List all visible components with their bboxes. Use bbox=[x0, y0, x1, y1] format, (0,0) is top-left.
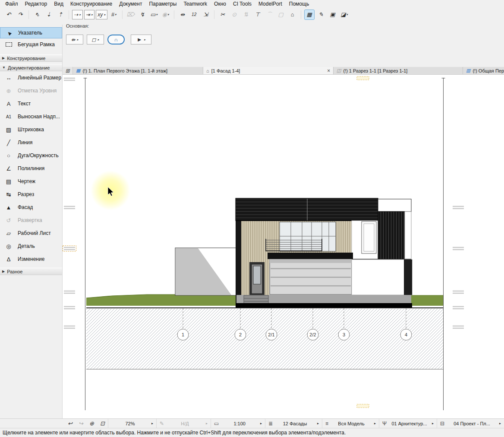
menu-item-editor[interactable]: Редактор bbox=[22, 0, 51, 7]
close-tab-icon[interactable]: × bbox=[323, 68, 330, 74]
tool-elevation[interactable]: ▲ Фасад bbox=[0, 201, 62, 214]
menu-bar: Файл Редактор Вид Конструирование Докуме… bbox=[0, 0, 504, 7]
zoom-in-button[interactable]: ⊕ bbox=[86, 419, 97, 428]
tab-elevation[interactable]: ⌂ [1 Фасад 1-4] × bbox=[203, 67, 334, 74]
tool-hatch[interactable]: ▨ Штриховка bbox=[0, 123, 62, 136]
tab-floor-plan[interactable]: ▦ (!) 1. План Первого Этажа [1. 1-й этаж… bbox=[73, 67, 203, 74]
selected-story-marker[interactable] bbox=[63, 246, 76, 251]
pen-set-control[interactable]: Ψ 01 Архитектур... ▸ bbox=[379, 419, 437, 428]
menu-item-design[interactable]: Конструирование bbox=[67, 0, 116, 7]
snap-grid-button[interactable]: #▾ bbox=[109, 10, 119, 20]
undo-button[interactable]: ↶ bbox=[3, 10, 14, 20]
flyout-arrow-icon: ▸ bbox=[98, 38, 99, 41]
previous-zoom-button[interactable]: ↩ bbox=[65, 419, 76, 428]
toolbox-section-misc[interactable]: ▶ Разное bbox=[0, 268, 62, 275]
fillet-button[interactable]: ⌒ bbox=[264, 10, 274, 20]
tool-marquee[interactable]: Бегущая Рамка bbox=[0, 38, 62, 51]
menu-item-view[interactable]: Вид bbox=[50, 0, 67, 7]
tool-worksheet[interactable]: ▱ Рабочий Лист bbox=[0, 227, 62, 240]
tool-line[interactable]: ╱ Линия bbox=[0, 136, 62, 149]
layout-control[interactable]: ⊟ 04 Проект - Пл... ▸ bbox=[437, 419, 504, 428]
copy-settings-button[interactable]: ▣ bbox=[328, 10, 338, 20]
pen-set-na-control[interactable]: ✎ Н/Д ▸ bbox=[156, 419, 211, 428]
drawing-canvas[interactable]: 1 2 2/1 2/2 bbox=[63, 75, 504, 418]
menu-item-ci-tools[interactable]: CI Tools bbox=[230, 0, 255, 7]
dimension-12-button[interactable]: 12 bbox=[189, 10, 199, 20]
inject-parameters-button[interactable]: ⇡ bbox=[55, 10, 66, 20]
fit-in-window-button[interactable]: ⊡ bbox=[97, 419, 108, 428]
anchor-point-button[interactable]: ◉▾ bbox=[161, 10, 171, 20]
menu-item-help[interactable]: Помощь bbox=[286, 0, 312, 7]
layer-combination-control[interactable]: ≣ 12 Фасады ▸ bbox=[265, 419, 322, 428]
quad-view-button[interactable]: ⊞ bbox=[63, 67, 73, 74]
tool-arc-circle[interactable]: ○ Дуга/Окружность bbox=[0, 149, 62, 162]
redo-icon: ↷ bbox=[18, 11, 23, 18]
marquee-method-button[interactable]: ◻▸ bbox=[87, 35, 104, 44]
scale-flyout-icon: ▸ bbox=[260, 421, 262, 425]
menu-item-document[interactable]: Документ bbox=[116, 0, 145, 7]
book-icon: ▥ bbox=[466, 68, 470, 73]
magic-wand-button[interactable]: ↯ bbox=[137, 10, 148, 20]
move-button[interactable]: ⇹ bbox=[177, 10, 188, 20]
toolbar-separator bbox=[28, 10, 29, 19]
quick-select-button[interactable]: ⇖ bbox=[32, 10, 42, 20]
scale-control[interactable]: ▭ 1:100 ▸ bbox=[211, 419, 265, 428]
coordinates-button[interactable]: xy▸ bbox=[96, 10, 107, 19]
tool-section[interactable]: ↹ Разрез bbox=[0, 188, 62, 201]
eraser-button[interactable]: ⌦ bbox=[126, 10, 136, 20]
tool-label: Штриховка bbox=[18, 127, 44, 133]
tool-pointer[interactable]: ▲ Указатель bbox=[0, 27, 62, 38]
tool-interior-elevation[interactable]: ↺ Развертка bbox=[0, 214, 62, 227]
tool-label: Деталь bbox=[18, 243, 35, 249]
next-zoom-button[interactable]: ↪ bbox=[76, 419, 86, 428]
toolbox-section-documentation[interactable]: ▼ Документирование bbox=[0, 64, 62, 71]
tool-label[interactable]: A1 Выносная Надп... bbox=[0, 110, 62, 123]
guide-lines-button[interactable]: ⇢▸ bbox=[72, 10, 83, 19]
fill-button[interactable]: ◪▾ bbox=[339, 10, 350, 20]
magnet-toggle-button[interactable]: ∩ bbox=[107, 35, 125, 44]
tool-detail[interactable]: ◎ Деталь bbox=[0, 240, 62, 253]
tool-polyline[interactable]: ∠ Полилиния bbox=[0, 162, 62, 175]
frame-icon: ▢ bbox=[278, 11, 284, 18]
pen-button[interactable]: ✎ bbox=[316, 10, 326, 20]
menu-item-teamwork[interactable]: Teamwork bbox=[180, 0, 211, 7]
zoom-level-control[interactable]: 72% ▸ bbox=[108, 419, 156, 428]
menu-item-window[interactable]: Окно bbox=[211, 0, 230, 7]
pick-up-parameters-button[interactable]: ⇣ bbox=[44, 10, 54, 20]
linear-dimension-icon: ↔ bbox=[3, 75, 14, 81]
geometry-method-button[interactable]: ⇻▸ bbox=[66, 35, 83, 44]
redo-button[interactable]: ↷ bbox=[15, 10, 25, 20]
selection-feedback-button[interactable]: ▦ bbox=[304, 10, 315, 20]
split-icon: ✂ bbox=[220, 11, 225, 18]
tool-drawing[interactable]: ▤ Чертеж bbox=[0, 175, 62, 188]
toolbox-section-design[interactable]: ▶ Конструирование bbox=[0, 54, 62, 62]
model-filter-control[interactable]: ≡ Вся Модель ▸ bbox=[322, 419, 379, 428]
reference-marker-top[interactable] bbox=[357, 76, 369, 80]
roof-accessories-button[interactable]: ⌂ bbox=[287, 10, 298, 20]
snap-guides-button[interactable]: ⇥▸ bbox=[84, 10, 95, 19]
menu-item-file[interactable]: Файл bbox=[2, 0, 22, 7]
split-button[interactable]: ✂ bbox=[217, 10, 228, 20]
arrow-tool-button[interactable]: ►▸ bbox=[131, 35, 151, 44]
floor-plan-icon: ▦ bbox=[76, 68, 80, 73]
reference-marker-bottom[interactable] bbox=[357, 404, 369, 408]
menu-item-modelport[interactable]: ModelPort bbox=[255, 0, 286, 7]
stretch-button[interactable]: ⇲ bbox=[201, 10, 211, 20]
frame-button[interactable]: ▢ bbox=[276, 10, 286, 20]
infobox-label: Основная: bbox=[66, 23, 89, 28]
zoom-selection-button[interactable]: ⊙ bbox=[229, 10, 239, 20]
menu-item-options[interactable]: Параметры bbox=[145, 0, 180, 7]
status-message: Щелкните на элементе или начертите облас… bbox=[3, 430, 346, 436]
tool-linear-dimension[interactable]: ↔ Линейный Размер bbox=[0, 71, 62, 84]
elevate-button[interactable]: ⊤ bbox=[252, 10, 263, 20]
align-vertical-button[interactable]: ⇅ bbox=[241, 10, 251, 20]
tool-level-mark[interactable]: ⊕ Отметка Уровня bbox=[0, 84, 62, 97]
tool-change[interactable]: Δ Изменение bbox=[0, 253, 62, 266]
detail-icon: ◎ bbox=[3, 243, 14, 250]
tool-text[interactable]: A Текст bbox=[0, 97, 62, 110]
section-label: Конструирование bbox=[7, 56, 45, 61]
tab-perspective[interactable]: ▥ (!) Общая Пер bbox=[463, 67, 504, 74]
elevate-icon: ⊤ bbox=[255, 11, 260, 18]
construction-square-button[interactable]: ▭▾ bbox=[149, 10, 159, 20]
tab-section[interactable]: ◫ (!) 1 Разрез 1-1 [1 Разрез 1-1] bbox=[334, 67, 463, 74]
